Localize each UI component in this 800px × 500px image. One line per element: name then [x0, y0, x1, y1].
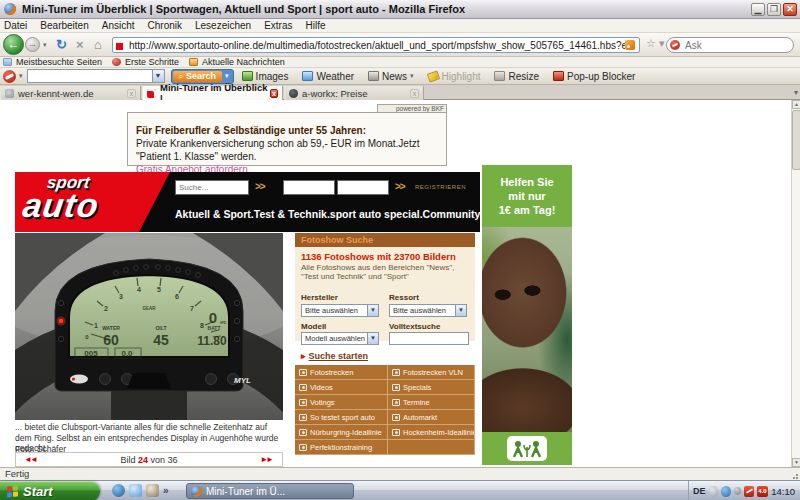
- vertical-scrollbar[interactable]: ▲ ▼: [791, 100, 800, 467]
- stop-button[interactable]: ×: [76, 37, 84, 52]
- menu-extras[interactable]: Extras: [264, 20, 292, 31]
- menu-datei[interactable]: Datei: [4, 20, 27, 31]
- volume-tray-icon[interactable]: [709, 486, 719, 497]
- quick-launch-overflow[interactable]: »: [163, 485, 169, 496]
- nav-community[interactable]: Community.: [423, 208, 483, 220]
- link-termine[interactable]: Termine: [388, 395, 475, 410]
- site-search-input[interactable]: [175, 180, 249, 195]
- avg-dropdown-icon[interactable]: ▾: [19, 72, 23, 80]
- toolbar-weather[interactable]: Weather: [302, 71, 354, 82]
- network-tray-icon[interactable]: [721, 486, 731, 497]
- scroll-down-icon[interactable]: ▼: [792, 458, 800, 467]
- back-button[interactable]: ←: [3, 34, 24, 55]
- nav-aktuell-sport[interactable]: Aktuell & Sport.: [175, 208, 254, 220]
- menu-hilfe[interactable]: Hilfe: [306, 20, 326, 31]
- link-specials[interactable]: Specials: [388, 380, 475, 395]
- bookmark-aktuelle-nachrichten[interactable]: Aktuelle Nachrichten: [202, 57, 285, 67]
- start-button[interactable]: Start: [0, 481, 100, 500]
- dropdown-icon[interactable]: ▼: [455, 305, 466, 316]
- link-hockenheim[interactable]: Hockenheim-Ideallinie: [388, 425, 475, 440]
- tab-close-icon[interactable]: x: [410, 89, 419, 98]
- menu-ansicht[interactable]: Ansicht: [102, 20, 135, 31]
- language-indicator[interactable]: DE: [693, 486, 706, 496]
- maximize-button[interactable]: ❐: [767, 3, 781, 16]
- bookmark-star-icon[interactable]: ☆ ▾: [646, 37, 664, 50]
- link-so-testet[interactable]: So testet sport auto: [295, 410, 388, 425]
- quick-launch-icon-1[interactable]: [112, 484, 125, 497]
- link-nuerburgring[interactable]: Nürburgring-Ideallinie: [295, 425, 388, 440]
- link-votings[interactable]: Votings: [295, 395, 388, 410]
- svg-text:8: 8: [200, 322, 204, 329]
- forward-button[interactable]: →: [25, 37, 40, 52]
- minimize-button[interactable]: ▁: [751, 3, 765, 16]
- sportauto-logo[interactable]: sport auto: [15, 172, 170, 232]
- ressort-select[interactable]: Bitte auswählen▼: [389, 304, 467, 317]
- tab-wer-kennt-wen[interactable]: wer-kennt-wen.de x: [0, 86, 141, 100]
- quick-launch-icon-3[interactable]: [146, 484, 159, 497]
- volltext-input[interactable]: [389, 332, 469, 345]
- quick-launch-icon-2[interactable]: [129, 484, 142, 497]
- resize-grip[interactable]: [790, 471, 799, 480]
- url-input[interactable]: [129, 40, 625, 51]
- reload-button[interactable]: ↻: [56, 37, 67, 52]
- url-bar[interactable]: [112, 37, 640, 53]
- menu-chronik[interactable]: Chronik: [148, 20, 182, 31]
- tab-mini-tuner[interactable]: Mini-Tuner im Überblick | ... x: [142, 86, 283, 100]
- tab-close-icon[interactable]: x: [127, 89, 136, 98]
- history-dropdown-icon[interactable]: ▾: [43, 37, 47, 52]
- nav-special[interactable]: sport auto special.: [330, 208, 423, 220]
- video-icon: [299, 384, 307, 391]
- toolbar-popup-blocker[interactable]: Pop-up Blocker: [553, 71, 635, 82]
- dropdown-icon[interactable]: ▼: [367, 305, 378, 316]
- close-button[interactable]: ✕: [783, 3, 797, 16]
- panel-title: Fotoshow Suche: [295, 233, 475, 247]
- link-fotostrecken[interactable]: Fotostrecken: [295, 365, 388, 380]
- login-go-icon[interactable]: >>: [395, 181, 405, 192]
- suche-starten-link[interactable]: ▸Suche starten: [301, 351, 368, 361]
- nav-test-technik[interactable]: Test & Technik.: [254, 208, 330, 220]
- taskbar: Start » Mini-Tuner im Ü... DE 4.0 14:10: [0, 480, 800, 500]
- login-user-input[interactable]: [283, 180, 335, 195]
- toolbar-search-combo[interactable]: ▼: [27, 69, 165, 83]
- charity-ad[interactable]: Helfen Sie mit nur 1€ am Tag!: [482, 165, 572, 465]
- combo-dropdown-icon[interactable]: ▼: [152, 70, 164, 82]
- tab-a-workx[interactable]: a-workx: Preise x: [284, 86, 424, 100]
- link-perfektionstraining[interactable]: Perfektionstraining: [295, 440, 388, 455]
- search-engine-icon[interactable]: [670, 40, 680, 50]
- site-search-go-icon[interactable]: >>: [255, 181, 265, 192]
- link-fotostrecken-vln[interactable]: Fotostrecken VLN: [388, 365, 475, 380]
- svg-text:2: 2: [104, 305, 108, 312]
- home-button[interactable]: ⌂: [94, 37, 102, 52]
- scrollbar-thumb[interactable]: [792, 110, 800, 170]
- tab-close-icon[interactable]: x: [270, 89, 278, 98]
- search-box[interactable]: [666, 37, 794, 53]
- avg-tray-icon[interactable]: [744, 486, 754, 497]
- toolbar-highlight[interactable]: Highlight: [428, 71, 481, 82]
- update-tray-icon[interactable]: [734, 487, 741, 495]
- fotoshow-count: 1136 Fotoshows mit 23700 Bildern: [301, 251, 456, 262]
- scroll-up-icon[interactable]: ▲: [792, 100, 800, 109]
- dropdown-icon[interactable]: ▼: [367, 333, 378, 344]
- menu-bearbeiten[interactable]: Bearbeiten: [40, 20, 88, 31]
- rss-feed-icon[interactable]: [625, 40, 635, 50]
- menu-lesezeichen[interactable]: Lesezeichen: [195, 20, 251, 31]
- tab-list-dropdown-icon[interactable]: ▾: [794, 88, 798, 97]
- ati-tray-icon[interactable]: 4.0: [757, 486, 768, 497]
- search-options-icon[interactable]: ▾: [222, 72, 232, 80]
- toolbar-images[interactable]: Images: [242, 71, 289, 82]
- link-automarkt[interactable]: Automarkt: [388, 410, 475, 425]
- login-password-input[interactable]: [337, 180, 389, 195]
- getting-started-icon: [112, 58, 121, 66]
- avg-logo-icon[interactable]: [3, 70, 16, 83]
- toolbar-resize[interactable]: Resize: [494, 71, 539, 82]
- web-search-input[interactable]: [683, 39, 800, 52]
- taskbar-firefox-task[interactable]: Mini-Tuner im Ü...: [186, 483, 354, 499]
- link-videos[interactable]: Videos: [295, 380, 388, 395]
- bookmark-erste-schritte[interactable]: Erste Schritte: [125, 57, 179, 67]
- bookmark-meistbesuchte[interactable]: Meistbesuchte Seiten: [16, 57, 102, 67]
- insurance-ad-banner[interactable]: Für Freiberufler & Selbständige unter 55…: [127, 112, 447, 166]
- toolbar-news[interactable]: News ▾: [368, 71, 414, 82]
- modell-select[interactable]: Modell auswählen▼: [301, 332, 379, 345]
- register-link[interactable]: REGISTRIEREN: [415, 184, 466, 190]
- hersteller-select[interactable]: Bitte auswählen▼: [301, 304, 379, 317]
